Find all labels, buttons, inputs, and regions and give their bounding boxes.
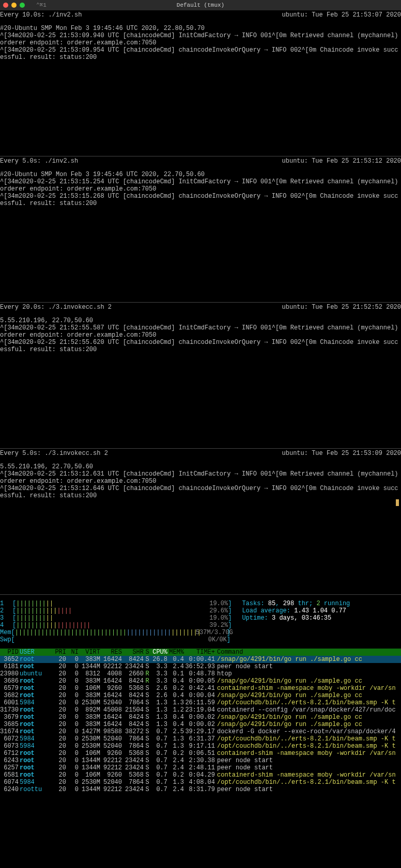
proc-row[interactable]: 6243root2001344M9221223424S0.72.42:30.38… [0, 757, 401, 764]
tmux-pane-0[interactable]: Every 10.0s: ./inv2.shubuntu: Tue Feb 25… [0, 10, 401, 156]
proc-row[interactable]: 6257root2001344M9221223424S0.72.42:48.11… [0, 764, 401, 771]
proc-row[interactable]: 6240roottu2001344M9221223424S0.72.48:31.… [0, 786, 401, 793]
tmux-pane-1[interactable]: Every 5.0s: ./inv2.shubuntu: Tue Feb 25 … [0, 156, 401, 303]
proc-row[interactable]: 3686root200383M164248424R3.30.40:00.05/s… [0, 677, 401, 685]
swp-bar: Swp[0K/0K] [0, 636, 401, 643]
proc-row[interactable]: 31730root200892M4500821504S1.31.223:19.0… [0, 706, 401, 714]
proc-row[interactable]: 6581root200106M92605368S0.70.20:04.29con… [0, 771, 401, 779]
htop-pane[interactable]: 1[||||||||||19.0%]Tasks: 85, 298 thr; 2 … [0, 595, 401, 793]
proc-row[interactable]: 6181root2001344M9221223424S3.32.436:52.9… [0, 663, 401, 670]
pane-cmd: Every 5.0s: ./3.invokecc.sh 2 [0, 450, 108, 457]
pane-cmd: Every 10.0s: ./inv2.sh [0, 11, 82, 19]
pane-time: ubuntu: Tue Feb 25 21:53:09 2020 [282, 450, 401, 457]
tmux-pane-3[interactable]: Every 5.0s: ./3.invokecc.sh 2ubuntu: Tue… [0, 449, 401, 595]
pane-time: ubuntu: Tue Feb 25 21:53:12 2020 [282, 157, 401, 165]
cpu-bar-2: 2[|||||||||||||||29.6%]Load average: 1.4… [0, 607, 401, 614]
mem-bar: Mem[||||||||||||||||||||||||||||||||||||… [0, 629, 401, 636]
cpu-bar-1: 1[||||||||||19.0%]Tasks: 85, 298 thr; 2 … [0, 600, 401, 607]
pane-output: #20-Ubuntu SMP Mon Feb 3 19:45:46 UTC 20… [0, 171, 401, 207]
pane-output: #20-Ubuntu SMP Mon Feb 3 19:45:46 UTC 20… [0, 25, 401, 61]
pane-time: ubuntu: Tue Feb 25 21:52:52 2020 [282, 304, 401, 311]
proc-row[interactable]: 3679root200383M164248424S1.30.40:00.02/s… [0, 714, 401, 721]
htop-header-row: PIDUSERPRINIVIRTRESSHRSCPU%MEM%TIME+Comm… [0, 649, 401, 656]
proc-row[interactable]: 607359842002530M520407864S0.71.39:17.11/… [0, 743, 401, 750]
tmux-pane-2[interactable]: Every 20.0s: ./3.invokecc.sh 2ubuntu: Tu… [0, 303, 401, 449]
cpu-bar-3: 3[||||||||||19.0%]Uptime: 3 days, 03:46:… [0, 614, 401, 622]
proc-row[interactable]: 3682root200383M164248424S2.60.40:00.04/s… [0, 692, 401, 699]
proc-row[interactable]: 607459842002530M520407864S0.71.34:08.04/… [0, 779, 401, 786]
title-center: Default (tmux) [0, 2, 401, 9]
proc-row[interactable]: 3652root200383M164248424S26.80.40:00.41/… [0, 656, 401, 663]
pane-output: 5.55.210.196, 22.70,50.60 ^[34m2020-02-2… [0, 317, 401, 353]
proc-row[interactable]: 600159842002530M520407864S1.31.326:11.59… [0, 699, 401, 706]
pane-output: 5.55.210.196, 22.70,50.60 ^[34m2020-02-2… [0, 463, 401, 499]
title-bar: ⌃⌘1 Default (tmux) [0, 0, 401, 10]
pane-cmd: Every 5.0s: ./inv2.sh [0, 157, 78, 165]
pane-cmd: Every 20.0s: ./3.invokecc.sh 2 [0, 304, 112, 311]
cpu-bar-4: 4[||||||||||||||||||||39.2%] [0, 622, 401, 629]
proc-row[interactable]: 6712root200106M92605368S0.70.20:06.51con… [0, 750, 401, 757]
proc-row[interactable]: 31674root2001427M9858838272S0.72.539:29.… [0, 728, 401, 735]
proc-row[interactable]: 607259842002530M520407864S0.71.36:31.37/… [0, 735, 401, 743]
proc-row[interactable]: 23980ubuntu200831240082660R3.30.10:48.78… [0, 670, 401, 677]
proc-row[interactable]: 3685root200383M164248424S1.30.40:00.02/s… [0, 721, 401, 728]
proc-row[interactable]: 6579root200106M92605368S2.60.20:42.41con… [0, 685, 401, 692]
cursor-icon [396, 499, 399, 506]
pane-time: ubuntu: Tue Feb 25 21:53:07 2020 [282, 11, 401, 19]
